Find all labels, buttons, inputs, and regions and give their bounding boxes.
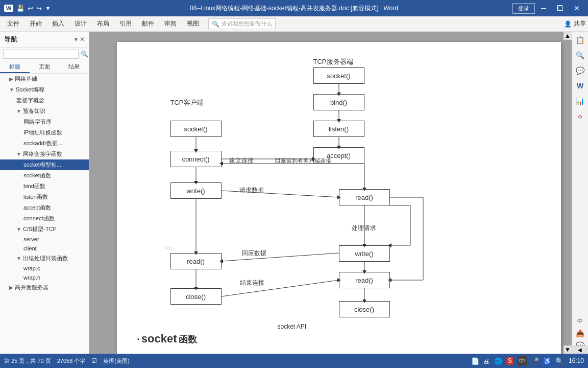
tcp-server-label: TCP服务器端 [313, 57, 353, 66]
keyboard-icon[interactable]: 中 [574, 315, 586, 327]
nav-label-0: 网络基础 [15, 75, 37, 83]
nav-item-connecthansu[interactable]: connect函数 [0, 213, 89, 224]
nav-item-client[interactable]: client [0, 244, 89, 253]
menu-bar: 文件 开始 插入 设计 布局 引用 邮件 审阅 视图 🔍 告诉我您想要做什么 👤… [0, 16, 588, 32]
doc-scroll-area[interactable]: TCP服务器端 TCP客户端 socket() bind() listen() … [89, 32, 588, 354]
collapse-panel-button[interactable]: ◀ [572, 346, 588, 354]
tab-headings[interactable]: 标题 [0, 61, 30, 73]
expand-icon-20: ▶ [9, 285, 13, 290]
zoom-icon[interactable]: 🔍 [574, 49, 586, 61]
expand-icon-1: ▼ [9, 87, 14, 93]
nav-item-wangluojichu[interactable]: ▶ 网络基础 [0, 74, 89, 84]
settings-icon[interactable]: ⚙ [574, 110, 586, 123]
main-area: 导航 ▾ ✕ 🔍 标题 页面 结果 ▶ 网络基础 ▼ Socket编程 [0, 32, 588, 354]
scroll-up-button[interactable]: ▲ [564, 32, 572, 40]
minimize-button[interactable]: ─ [537, 3, 550, 13]
redo-icon[interactable]: ↪ [36, 5, 42, 12]
nav-label-11: listen函数 [23, 193, 48, 201]
nav-item-taojiezigainian[interactable]: 套接字概念 [0, 95, 89, 106]
clipboard-icon[interactable]: 📋 [574, 34, 586, 46]
zoom-icon-status[interactable]: 🔍 [555, 357, 564, 365]
correction-icon: ☑ [91, 357, 97, 364]
menu-insert[interactable]: 插入 [47, 17, 69, 30]
chart-icon[interactable]: 📊 [574, 95, 586, 107]
nav-item-errhandle[interactable]: ▼ 出错处理封装函数 [0, 253, 89, 264]
read-mode-icon[interactable]: 📄 [471, 357, 479, 365]
nav-item-wangluotaojiehansu[interactable]: ▼ 网络套接字函数 [0, 149, 89, 159]
quick-save-icon[interactable]: 💾 [16, 5, 24, 12]
server-socket-box: socket() [313, 67, 364, 84]
sidebar-dropdown-button[interactable]: ▾ [75, 36, 78, 43]
nav-item-wrapc[interactable]: wrap.c [0, 264, 89, 273]
expand-icon-0: ▶ [9, 76, 13, 82]
section-title-area: · socket 函数 [137, 332, 541, 346]
mic-icon[interactable]: 🎤 [531, 357, 539, 365]
nav-item-wraph[interactable]: wrap.h [0, 273, 89, 282]
restore-button[interactable]: ⧠ [552, 3, 568, 13]
menu-view[interactable]: 视图 [182, 17, 204, 30]
server-bind-box: bind() [313, 94, 364, 110]
menu-references[interactable]: 引用 [114, 17, 137, 30]
nav-item-ipdizhi[interactable]: IP地址转换函数 [0, 127, 89, 138]
menu-review[interactable]: 审阅 [159, 17, 182, 30]
nav-item-socketbiancheng[interactable]: ▼ Socket编程 [0, 84, 89, 95]
nav-item-bindhansu[interactable]: bind函数 [0, 181, 89, 192]
sougou-icon[interactable]: S [506, 357, 513, 365]
share-button[interactable]: 👤 共享 [564, 19, 586, 28]
menu-layout[interactable]: 布局 [92, 17, 114, 30]
nav-item-listenhansu[interactable]: listen函数 [0, 192, 89, 202]
word-panel-icon[interactable]: W [574, 80, 586, 92]
scroll-down-button[interactable]: ▼ [564, 346, 572, 354]
accessibility-icon[interactable]: ♿ [543, 357, 551, 365]
tab-results[interactable]: 结果 [59, 61, 89, 73]
menu-mailings[interactable]: 邮件 [137, 17, 159, 30]
nav-item-accepthansu[interactable]: accept函数 [0, 202, 89, 213]
nav-label-10: bind函数 [23, 182, 45, 190]
nav-label-18: wrap.c [23, 265, 40, 271]
server-listen-box: listen() [313, 121, 364, 137]
nav-item-socketmoxing[interactable]: socket模型创... [0, 159, 89, 170]
search-icon: 🔍 [212, 20, 219, 28]
socket-api-diagram: TCP服务器端 TCP客户端 socket() bind() listen() … [140, 52, 538, 328]
expand-icon-17: ▼ [16, 256, 21, 261]
sidebar-search-icon[interactable]: 🔍 [81, 51, 88, 58]
close-button[interactable]: ✕ [570, 3, 584, 13]
nav-item-gaobingfa[interactable]: ▶ 高并发服务器 [0, 282, 89, 293]
nav-item-csmodel[interactable]: ▼ C/S模型-TCP [0, 224, 89, 235]
navigation-panel: 导航 ▾ ✕ 🔍 标题 页面 结果 ▶ 网络基础 ▼ Socket编程 [0, 32, 89, 354]
annotation-request: 请求数据 [239, 186, 264, 195]
menu-home[interactable]: 开始 [24, 17, 47, 30]
nav-label-6: sockaddr数据... [23, 140, 62, 147]
language-info[interactable]: 英语(美国) [103, 357, 129, 365]
svg-line-30 [222, 280, 339, 296]
tab-pages[interactable]: 页面 [30, 61, 59, 73]
nav-item-yubeijishi[interactable]: ▼ 预备知识 [0, 106, 89, 117]
server-close-box: close() [339, 301, 390, 317]
undo-icon[interactable]: ↩ [28, 5, 33, 12]
menu-file[interactable]: 文件 [2, 17, 24, 30]
annotation-blocking: 阻塞直到有客户端连接 [275, 157, 331, 165]
sidebar-search-input[interactable] [3, 50, 79, 59]
section-prefix: socket [141, 332, 177, 345]
nav-label-1: Socket编程 [16, 86, 44, 94]
nav-label-5: IP地址转换函数 [23, 129, 62, 136]
export-icon[interactable]: 📤 [574, 327, 586, 339]
login-button[interactable]: 登录 [512, 3, 535, 14]
nav-item-server[interactable]: server [0, 235, 89, 244]
tcp-client-label: TCP客户端 [170, 98, 204, 107]
nav-item-sockaddr[interactable]: sockaddr数据... [0, 138, 89, 149]
sidebar-controls: ▾ ✕ [75, 36, 85, 43]
custom-icon[interactable]: ▼ [45, 5, 51, 11]
menu-search[interactable]: 🔍 告诉我您想要做什么 [208, 18, 276, 29]
comment-icon[interactable]: 💬 [574, 64, 586, 77]
web-layout-icon[interactable]: 🌐 [494, 357, 502, 365]
menu-design[interactable]: 设计 [69, 17, 92, 30]
nav-item-wangluozijieji[interactable]: 网络字节序 [0, 117, 89, 127]
nav-label-8: socket模型创... [23, 161, 61, 169]
print-layout-icon[interactable]: 🖨 [483, 357, 490, 365]
ime-icon[interactable]: 中 [518, 356, 527, 366]
nav-item-sockethansu[interactable]: socket函数 [0, 170, 89, 181]
expand-icon-7: ▼ [16, 151, 21, 157]
server-write-box: write() [339, 245, 390, 262]
sidebar-close-button[interactable]: ✕ [80, 36, 85, 43]
